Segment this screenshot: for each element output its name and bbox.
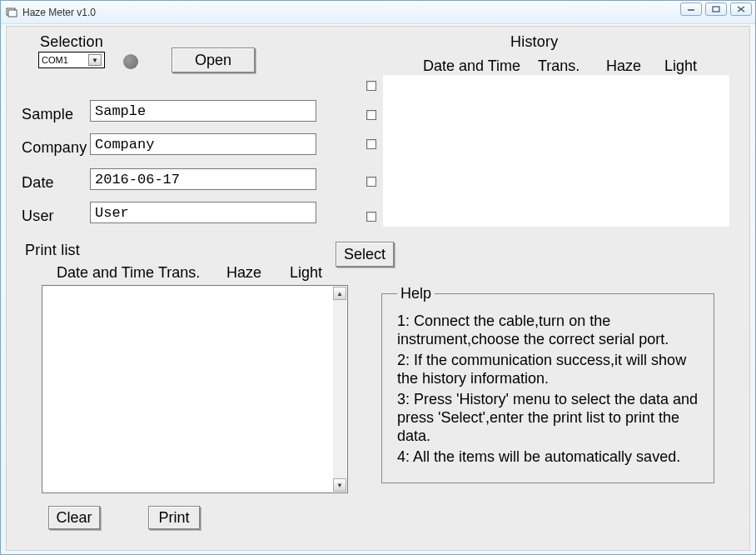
close-button[interactable] — [730, 2, 752, 16]
title-bar: Haze Meter v1.0 — [1, 1, 755, 24]
date-input[interactable] — [90, 168, 316, 190]
history-col-datetime: Date and Time — [423, 58, 520, 75]
help-line-1: 1: Connect the cable,turn on the instrum… — [397, 312, 704, 348]
history-checkbox-5[interactable] — [366, 212, 376, 222]
client-area: Selection COM1 ▼ Open Sample Company Dat… — [6, 26, 750, 551]
open-button[interactable]: Open — [172, 48, 255, 72]
printlist-col-light: Light — [290, 264, 322, 282]
printlist-col-datetime: Date and Time — [57, 264, 154, 282]
printlist-title: Print list — [25, 242, 80, 259]
help-line-4: 4: All the items will be automatically s… — [397, 448, 704, 467]
select-button[interactable]: Select — [336, 242, 394, 267]
printlist-col-haze: Haze — [226, 264, 261, 282]
app-window: Haze Meter v1.0 Selection COM1 ▼ Open Sa… — [0, 0, 756, 555]
svg-rect-1 — [8, 10, 17, 17]
help-line-3: 3: Press 'History' menu to select the da… — [397, 391, 704, 445]
history-checkbox-1[interactable] — [366, 81, 376, 91]
help-legend: Help — [397, 285, 435, 302]
history-col-haze: Haze — [606, 58, 641, 75]
company-input[interactable] — [90, 133, 316, 155]
user-input[interactable] — [90, 202, 316, 223]
scroll-down-icon[interactable]: ▼ — [333, 478, 346, 492]
history-col-trans: Trans. — [538, 58, 579, 75]
history-col-light: Light — [664, 58, 697, 75]
printlist-box[interactable]: ▲ ▼ — [42, 285, 348, 493]
port-combo-value: COM1 — [42, 55, 68, 65]
sample-input[interactable] — [90, 100, 316, 122]
history-checkbox-3[interactable] — [366, 139, 376, 149]
history-checkbox-4[interactable] — [366, 177, 376, 187]
minimize-button[interactable] — [680, 2, 702, 16]
scroll-up-icon[interactable]: ▲ — [333, 287, 346, 300]
selection-label: Selection — [40, 33, 103, 51]
window-title: Haze Meter v1.0 — [22, 7, 96, 18]
clear-button[interactable]: Clear — [48, 506, 100, 529]
company-label: Company — [22, 139, 87, 157]
maximize-button[interactable] — [705, 2, 727, 16]
history-title: History — [510, 33, 558, 51]
app-icon — [6, 7, 17, 18]
svg-rect-3 — [713, 7, 719, 12]
date-label: Date — [22, 174, 54, 192]
help-line-2: 2: If the communication success,it will … — [397, 352, 704, 388]
help-box: Help 1: Connect the cable,turn on the in… — [381, 285, 714, 483]
print-button[interactable]: Print — [148, 506, 200, 529]
chevron-down-icon: ▼ — [88, 54, 102, 66]
history-checkbox-2[interactable] — [366, 110, 376, 120]
status-indicator-icon — [123, 54, 138, 69]
history-list[interactable] — [383, 75, 729, 227]
port-combo[interactable]: COM1 ▼ — [38, 52, 105, 68]
printlist-scrollbar[interactable]: ▲ ▼ — [333, 287, 346, 492]
user-label: User — [22, 208, 54, 225]
sample-label: Sample — [22, 106, 73, 123]
printlist-col-trans: Trans. — [158, 264, 200, 282]
